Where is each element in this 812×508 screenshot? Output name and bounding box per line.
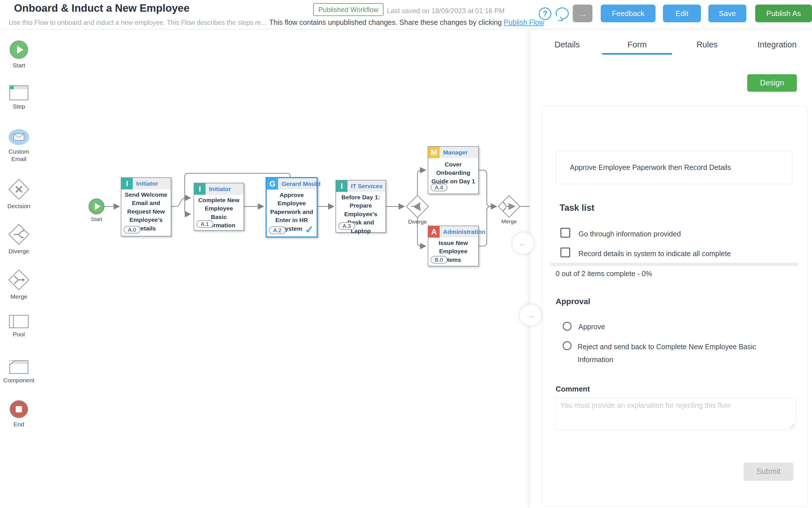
- node-header: A Administration: [428, 226, 478, 238]
- role-letter-badge: A: [428, 226, 440, 238]
- merge-gateway[interactable]: [498, 196, 520, 217]
- node-header: I Initiator: [121, 178, 171, 189]
- role-letter-badge: I: [194, 183, 206, 195]
- palette-item-pool[interactable]: Pool: [3, 315, 35, 338]
- node-code-badge: A.0: [124, 226, 140, 234]
- workflow-app: Onboard & Induct a New Employee Use this…: [0, 0, 812, 508]
- approval-heading: Approval: [556, 297, 590, 306]
- role-name: IT Services: [351, 180, 383, 192]
- form-title-box: Approve Employee Paperwork then Record D…: [556, 151, 792, 184]
- flow-start-event[interactable]: [88, 199, 104, 214]
- panel-expand-handle: →: [520, 305, 541, 326]
- app-header: Onboard & Induct a New Employee Use this…: [0, 0, 812, 30]
- merge-label: Merge: [495, 218, 523, 225]
- palette-item-component[interactable]: Component: [3, 358, 35, 384]
- palette-item-end[interactable]: End: [3, 400, 35, 428]
- tab-integration[interactable]: Integration: [742, 37, 812, 53]
- completed-check-icon: ✓: [305, 223, 314, 236]
- flow-node-a3[interactable]: I IT Services Before Day 1: Prepare Empl…: [336, 180, 386, 233]
- right-panel: Details Form Rules Integration Design Ap…: [529, 30, 812, 508]
- approve-label: Approve: [579, 323, 605, 331]
- step-node-icon: [9, 85, 29, 100]
- panel-collapse-handle: ←: [512, 233, 533, 254]
- task-label-2: Record details in system to indicate all…: [579, 250, 731, 258]
- submit-button[interactable]: Submit: [743, 462, 794, 481]
- flow-node-b0[interactable]: A Administration Issue New Employee Item…: [428, 225, 479, 266]
- unpublished-changes-notice: This flow contains unpublished changes. …: [269, 18, 544, 27]
- component-node-icon: [9, 358, 29, 374]
- node-code-badge: A.4: [431, 183, 447, 191]
- arrow-left-icon[interactable]: ←: [518, 237, 528, 249]
- save-button[interactable]: Save: [709, 5, 746, 22]
- tab-details[interactable]: Details: [532, 37, 602, 53]
- task-list-heading: Task list: [560, 203, 594, 213]
- status-badge: Published Workflow: [313, 3, 383, 16]
- role-letter-badge: M: [428, 147, 440, 158]
- role-letter-badge: I: [121, 178, 133, 189]
- role-letter-badge: G: [267, 178, 278, 189]
- node-code-badge: B.0: [431, 256, 447, 263]
- node-title: Issue New Employee Items: [428, 238, 478, 271]
- notice-text: This flow contains unpublished changes. …: [269, 18, 504, 26]
- form-card: Approve Employee Paperwork then Record D…: [542, 106, 808, 507]
- node-title: Complete New Employee Basic Information: [194, 195, 244, 237]
- tab-form[interactable]: Form: [602, 37, 672, 53]
- palette-item-custom-email[interactable]: Custom Email: [3, 128, 35, 163]
- task-label-1: Go through information provided: [579, 230, 681, 238]
- node-code-badge: A.3: [338, 222, 355, 230]
- more-button[interactable]: ...: [573, 5, 592, 22]
- flow-node-a4[interactable]: M Manager Cover Onboarding Guide on Day …: [428, 146, 479, 194]
- node-code-badge: A.1: [197, 220, 213, 228]
- flow-node-a0[interactable]: I Initiator Send Welcome Email and Reque…: [121, 177, 171, 237]
- help-icon[interactable]: ?: [539, 7, 551, 20]
- custom-email-node-icon: [8, 128, 30, 145]
- role-name: Manager: [443, 147, 468, 158]
- flow-node-a2-selected[interactable]: G Gerard Mould Approve Employee Paperwor…: [265, 177, 318, 238]
- approve-radio[interactable]: [563, 322, 571, 331]
- reject-label: Reject and send back to Complete New Emp…: [578, 340, 777, 366]
- node-header: G Gerard Mould: [267, 178, 316, 189]
- role-name: Initiator: [209, 183, 231, 195]
- role-name: Initiator: [136, 178, 158, 189]
- node-header: I Initiator: [194, 183, 244, 195]
- task-progress-text: 0 out of 2 items complete - 0%: [556, 269, 652, 278]
- reject-radio[interactable]: [563, 341, 571, 350]
- diverge-node-icon: [8, 223, 30, 245]
- merge-node-icon: [8, 269, 30, 291]
- tab-rules[interactable]: Rules: [672, 37, 742, 53]
- publish-flow-link[interactable]: Publish Flow: [504, 18, 544, 26]
- task-checkbox-1[interactable]: [560, 228, 570, 238]
- palette-item-start[interactable]: Start: [3, 40, 35, 69]
- edit-button[interactable]: Edit: [663, 5, 701, 22]
- panel-tabs: Details Form Rules Integration: [532, 37, 812, 53]
- palette-item-decision[interactable]: Decision: [3, 178, 35, 210]
- form-title: Approve Employee Paperwork then Record D…: [570, 163, 731, 172]
- page-title: Onboard & Induct a New Employee: [14, 2, 189, 14]
- diverge-label: Diverge: [403, 219, 432, 225]
- flow-node-a1[interactable]: I Initiator Complete New Employee Basic …: [194, 183, 244, 231]
- comment-textarea[interactable]: [555, 397, 796, 430]
- palette-item-diverge[interactable]: Diverge: [3, 223, 35, 255]
- node-header: M Manager: [428, 147, 478, 158]
- publish-as-button[interactable]: Publish As: [755, 5, 812, 22]
- last-saved-text: Last saved on 18/09/2023 at 01:16 PM: [387, 7, 505, 15]
- design-button[interactable]: Design: [747, 74, 797, 92]
- feedback-button[interactable]: Feedback: [601, 5, 655, 22]
- node-header: I IT Services: [336, 180, 385, 192]
- arrow-right-icon[interactable]: →: [525, 309, 536, 321]
- task-progress-bar: [550, 263, 799, 266]
- role-name: Administration: [443, 226, 485, 238]
- node-title: Before Day 1: Prepare Employee's Desk an…: [336, 192, 385, 243]
- comment-label: Comment: [556, 385, 590, 393]
- diverge-gateway[interactable]: [406, 195, 429, 218]
- chat-icon[interactable]: [556, 7, 569, 19]
- decision-node-icon: [8, 178, 30, 200]
- flow-canvas[interactable]: Start Step Custom Email Decision: [0, 30, 529, 508]
- role-letter-badge: I: [336, 180, 347, 192]
- role-name: Gerard Mould: [282, 178, 320, 189]
- task-checkbox-2[interactable]: [560, 248, 570, 257]
- pool-node-icon: [9, 315, 29, 328]
- palette-item-merge[interactable]: Merge: [3, 269, 35, 300]
- end-node-icon: [9, 400, 28, 418]
- palette-item-step[interactable]: Step: [3, 85, 35, 110]
